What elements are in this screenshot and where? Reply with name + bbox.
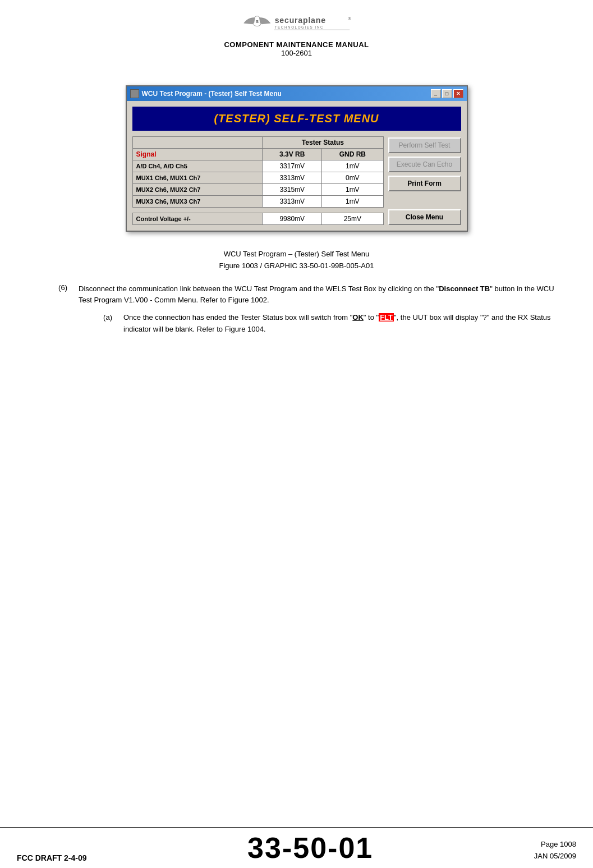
execute-can-echo-button[interactable]: Execute Can Echo <box>388 157 461 172</box>
svg-text:®: ® <box>348 17 351 22</box>
row-col2: 3315mV <box>263 184 322 196</box>
row-col3: 1mV <box>322 196 383 208</box>
row-col3: 0mV <box>322 172 383 184</box>
perform-self-test-button[interactable]: Perform Self Test <box>388 137 461 153</box>
dialog-window: WCU Test Program - (Tester) Self Test Me… <box>126 85 468 232</box>
maximize-button[interactable]: □ <box>442 89 452 98</box>
main-paragraph: (6) Disconnect the communication link be… <box>34 283 559 336</box>
status-table: Tester Status Signal 3.3V RB GND RB A/D … <box>132 136 384 225</box>
footer-center: 33-50-01 <box>247 833 373 862</box>
row-label: MUX3 Ch6, MUX3 Ch7 <box>132 196 263 208</box>
table-row: A/D Ch4, A/D Ch53317mV1mV <box>132 160 383 172</box>
row-label: MUX2 Ch6, MUX2 Ch7 <box>132 184 263 196</box>
row-col2: 3313mV <box>263 196 322 208</box>
status-table-area: Tester Status Signal 3.3V RB GND RB A/D … <box>132 136 384 225</box>
dialog-wrapper: WCU Test Program - (Tester) Self Test Me… <box>34 85 559 232</box>
row-col3: 1mV <box>322 160 383 172</box>
dialog-app-icon <box>130 89 139 98</box>
row-col2: 3313mV <box>263 172 322 184</box>
bold-disconnect: Disconnect TB <box>439 284 490 293</box>
page-footer: FCC DRAFT 2-4-09 33-50-01 Page 1008 JAN … <box>0 827 593 868</box>
control-col2: 9980mV <box>263 213 322 225</box>
para-text: Disconnect the communication link betwee… <box>79 283 559 336</box>
logo-area: S securaplane ® TECHNOLOGIES INC COMPONE… <box>0 10 593 57</box>
sub-prefix: Once the connection has ended the Tester… <box>123 313 352 322</box>
main-content: WCU Test Program - (Tester) Self Test Me… <box>0 63 593 336</box>
body-section: (6) Disconnect the communication link be… <box>34 283 559 336</box>
footer-right: Page 1008 JAN 05/2009 <box>534 839 576 862</box>
dialog-titlebar: WCU Test Program - (Tester) Self Test Me… <box>127 86 467 101</box>
ok-highlight: OK <box>352 313 364 322</box>
dialog-title-text: WCU Test Program - (Tester) Self Test Me… <box>142 90 282 98</box>
banner-text: (TESTER) SELF-TEST MENU <box>214 112 379 125</box>
control-col3: 25mV <box>322 213 383 225</box>
col1-header: Signal <box>132 149 263 160</box>
sub-mid: " to " <box>364 313 379 322</box>
dialog-inner: Tester Status Signal 3.3V RB GND RB A/D … <box>132 136 461 225</box>
sub-para-text: Once the connection has ended the Tester… <box>123 312 559 336</box>
dialog-title-left: WCU Test Program - (Tester) Self Test Me… <box>130 89 282 98</box>
dialog-banner: (TESTER) SELF-TEST MENU <box>132 107 461 131</box>
close-menu-button[interactable]: Close Menu <box>388 209 461 225</box>
svg-text:TECHNOLOGIES INC: TECHNOLOGIES INC <box>274 25 323 29</box>
page-header: S securaplane ® TECHNOLOGIES INC COMPONE… <box>0 0 593 63</box>
minimize-button[interactable]: _ <box>431 89 441 98</box>
para-number: (6) <box>34 283 67 336</box>
footer-date: JAN 05/2009 <box>534 851 576 862</box>
company-logo: S securaplane ® TECHNOLOGIES INC <box>235 10 358 37</box>
dialog-body: (TESTER) SELF-TEST MENU Tester Status <box>127 101 467 231</box>
col3-header: GND RB <box>322 149 383 160</box>
footer-left: FCC DRAFT 2-4-09 <box>17 853 86 862</box>
control-label: Control Voltage +/- <box>132 213 263 225</box>
buttons-panel: Perform Self Test Execute Can Echo Print… <box>388 136 461 225</box>
svg-text:S: S <box>255 19 258 24</box>
control-voltage-row: Control Voltage +/-9980mV25mV <box>132 213 383 225</box>
row-col3: 1mV <box>322 184 383 196</box>
flt-highlight: FLT <box>379 313 394 322</box>
manual-title: COMPONENT MAINTENANCE MANUAL <box>224 40 369 49</box>
row-label: A/D Ch4, A/D Ch5 <box>132 160 263 172</box>
row-label: MUX1 Ch6, MUX1 Ch7 <box>132 172 263 184</box>
sub-para-number: (a) <box>79 312 112 336</box>
col2-header: 3.3V RB <box>263 149 322 160</box>
figure-line1: WCU Test Program – (Tester) Self Test Me… <box>34 249 559 260</box>
para-prefix: Disconnect the communication link betwee… <box>79 284 439 293</box>
footer-page: Page 1008 <box>534 839 576 851</box>
table-spacer-row <box>132 208 383 213</box>
figure-caption: WCU Test Program – (Tester) Self Test Me… <box>34 249 559 272</box>
figure-line2: Figure 1003 / GRAPHIC 33-50-01-99B-005-A… <box>34 260 559 272</box>
tester-status-header: Tester Status <box>263 137 383 149</box>
table-row: MUX3 Ch6, MUX3 Ch73313mV1mV <box>132 196 383 208</box>
manual-number: 100-2601 <box>281 49 312 57</box>
dialog-controls[interactable]: _ □ ✕ <box>431 89 463 98</box>
svg-text:securaplane: securaplane <box>274 16 325 25</box>
row-col2: 3317mV <box>263 160 322 172</box>
table-row: MUX1 Ch6, MUX1 Ch73313mV0mV <box>132 172 383 184</box>
table-row: MUX2 Ch6, MUX2 Ch73315mV1mV <box>132 184 383 196</box>
sub-paragraph: (a) Once the connection has ended the Te… <box>79 312 559 336</box>
close-button[interactable]: ✕ <box>453 89 463 98</box>
print-form-button[interactable]: Print Form <box>388 176 461 191</box>
